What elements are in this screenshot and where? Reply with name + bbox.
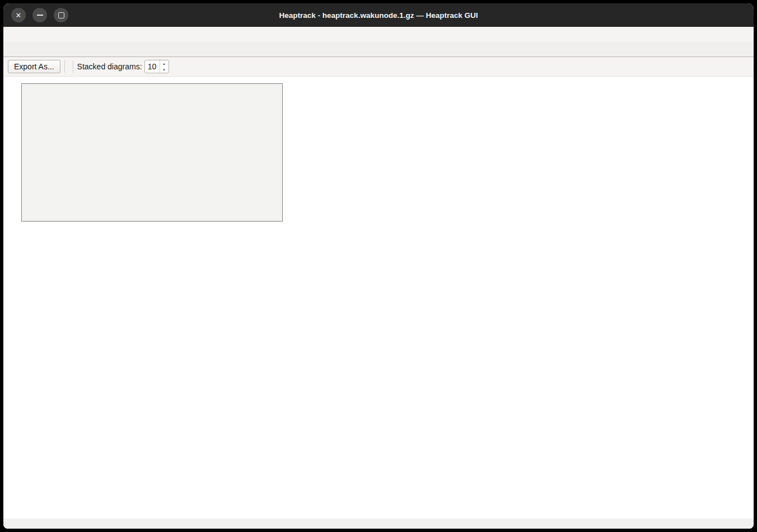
toolbar: Export As... Stacked diagrams: 10 ▲ ▼	[3, 57, 754, 77]
chart-area	[3, 77, 754, 519]
stacked-diagrams-spinbox[interactable]: 10 ▲ ▼	[144, 60, 169, 73]
window-footer	[3, 519, 754, 529]
stacked-diagrams-label: Stacked diagrams:	[77, 62, 142, 71]
toolbar-separator	[64, 60, 65, 73]
chart-legend	[21, 83, 283, 222]
toolbar-separator	[73, 60, 73, 73]
spin-down-icon[interactable]: ▼	[160, 67, 169, 73]
spin-up-icon[interactable]: ▲	[160, 60, 169, 67]
tabbar	[3, 41, 754, 57]
minimize-button-icon[interactable]	[32, 8, 47, 22]
close-button-icon[interactable]: ✕	[11, 8, 26, 22]
window-controls: ✕	[11, 8, 68, 22]
window-title: Heaptrack - heaptrack.wakunode.1.gz — He…	[3, 11, 754, 20]
maximize-button-icon[interactable]	[54, 8, 68, 22]
export-as-button[interactable]: Export As...	[8, 60, 60, 73]
spinbox-value[interactable]: 10	[145, 60, 160, 73]
app-window: ✕ Heaptrack - heaptrack.wakunode.1.gz — …	[3, 3, 754, 529]
menubar	[3, 27, 754, 41]
titlebar: ✕ Heaptrack - heaptrack.wakunode.1.gz — …	[3, 3, 754, 27]
